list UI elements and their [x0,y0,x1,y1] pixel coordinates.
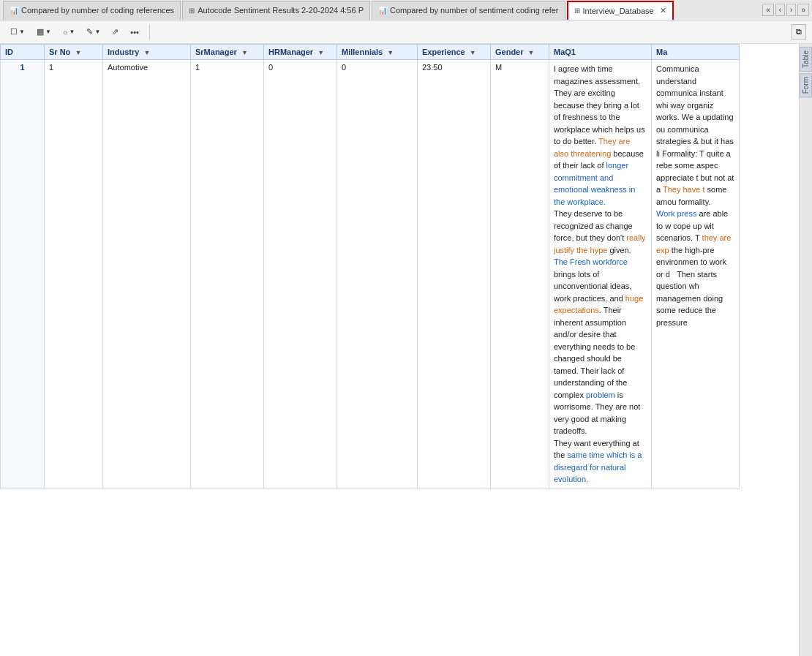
table-grid-icon: ⊞ [189,7,195,15]
toolbar: ☐ ▼ ▦ ▼ ○ ▼ ✎ ▼ ⇗ ••• ⧉ [0,20,812,44]
bar-icon: ▦ [37,27,44,37]
table-grid-icon-2: ⊞ [574,7,580,15]
pencil-view-btn[interactable]: ✎ ▼ [82,24,105,39]
filter-icon-industry: ▼ [143,49,150,56]
tab-sentiment-coding[interactable]: 📊 Compared by number of sentiment coding… [372,1,565,20]
tab-autocode-sentiment[interactable]: ⊞ Autocode Sentiment Results 2-20-2024 4… [182,1,370,20]
checkbox-view-btn[interactable]: ☐ ▼ [6,24,29,39]
col-header-hrmanager[interactable]: HRManager ▼ [264,45,337,60]
chart-bar-icon: 📊 [10,7,18,15]
maq1-text-orange-2: really justify the hype [554,233,646,255]
filter-icon-millennials: ▼ [387,49,394,56]
tab-nav-first[interactable]: « [762,4,774,16]
chart-bar-icon-2: 📊 [378,7,387,15]
filter-icon-hrmanager: ▼ [317,49,324,56]
toolbar-view-group: ☐ ▼ ▦ ▼ ○ ▼ ✎ ▼ ⇗ ••• [6,24,150,39]
tab-coding-references[interactable]: 📊 Compared by number of coding reference… [3,1,181,20]
col-header-srmanager[interactable]: SrManager ▼ [191,45,264,60]
cell-experience: 23.50 [418,60,491,489]
ma-text-orange-1: they are exp [656,233,731,255]
filter-icon-experience: ▼ [470,49,476,56]
col-header-id[interactable]: ID [1,45,45,60]
filter-icon-gender: ▼ [528,49,535,56]
chevron-down-icon-2: ▼ [45,29,51,35]
pencil-icon: ✎ [86,27,93,37]
chevron-down-icon-4: ▼ [94,29,100,35]
cell-industry: Automotive [103,60,191,489]
bar-view-btn[interactable]: ▦ ▼ [32,24,56,39]
col-header-millennials[interactable]: Millennials ▼ [337,45,418,60]
circle-view-btn[interactable]: ○ ▼ [59,25,80,39]
tab-bar: 📊 Compared by number of coding reference… [0,0,812,20]
more-icon: ••• [130,28,139,37]
ma-text-1: Communica understand communica instant w… [656,64,734,206]
table-header-row: ID Sr No ▼ Industry ▼ SrManager ▼ [1,45,740,60]
col-header-industry[interactable]: Industry ▼ [103,45,191,60]
cell-id: 1 [1,60,45,489]
checkbox-icon: ☐ [10,27,18,37]
table-row: 1 1 Automotive 1 0 0 [1,60,740,489]
cell-srno: 1 [45,60,103,489]
col-header-gender[interactable]: Gender ▼ [491,45,549,60]
more-btn[interactable]: ••• [126,25,143,39]
cell-ma: Communica understand communica instant w… [652,60,740,489]
tab-navigation: « ‹ › » [762,4,809,16]
right-tab-form[interactable]: Form [800,73,812,97]
maq1-text-blue-2: The Fresh workforce [554,257,628,266]
col-header-experience[interactable]: Experience ▼ [418,45,491,60]
tab-nav-prev[interactable]: ‹ [775,4,785,16]
col-header-maq1[interactable]: MaQ1 [549,45,652,60]
cell-srmanager: 1 [191,60,264,489]
cell-gender: M [491,60,549,489]
maq1-text-orange-1: They are also threatening [554,137,630,158]
maq1-text-blue-1: longer commitment and emotional weakness… [554,161,635,206]
main-area: ID Sr No ▼ Industry ▼ SrManager ▼ [0,44,812,656]
tab-nav-next[interactable]: › [786,4,796,16]
col-header-srno[interactable]: Sr No ▼ [45,45,103,60]
tab-close-button[interactable]: ✕ [660,6,666,15]
cell-maq1: I agree with time magazines assessment. … [549,60,652,489]
filter-icon-srmanager: ▼ [241,49,248,56]
circle-icon: ○ [63,28,68,37]
right-tab-table[interactable]: Table [800,47,812,72]
cell-millennials: 0 [337,60,418,489]
table-wrapper[interactable]: ID Sr No ▼ Industry ▼ SrManager ▼ [0,44,799,656]
chevron-down-icon-3: ▼ [69,29,75,35]
col-header-ma[interactable]: Ma [652,45,740,60]
tab-interview-database[interactable]: ⊞ Interview_Database ✕ [567,1,674,20]
data-table: ID Sr No ▼ Industry ▼ SrManager ▼ [0,44,740,489]
filter-icon-srno: ▼ [75,49,81,56]
tab-nav-last[interactable]: » [797,4,809,16]
maq1-text-blue-4: same time which is a disregard for natur… [554,450,642,483]
maq1-text-orange-3: huge expectations [554,294,643,315]
maq1-text-blue-3: problem [586,391,615,399]
maximize-button[interactable]: ⧉ [792,24,806,39]
right-tab-panel: Table Form [799,44,812,656]
link-view-btn[interactable]: ⇗ [108,24,123,39]
link-icon: ⇗ [112,27,119,37]
chevron-down-icon: ▼ [19,29,25,35]
ma-text-blue-1: Work press [656,209,696,218]
cell-hrmanager: 0 [264,60,337,489]
